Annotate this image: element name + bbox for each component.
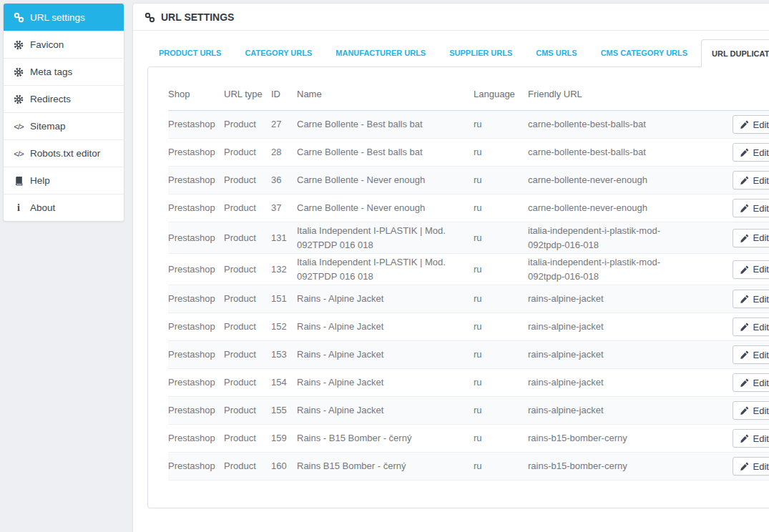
table-row: Prestashop Product 37 Carne Bollente - N… [168,194,769,222]
pencil-icon [740,378,749,387]
cell-action: Edit [692,369,769,397]
cell-shop: Prestashop [168,341,224,369]
tab[interactable]: CATEGORY URLS [235,39,322,66]
page-title: URL SETTINGS [161,11,234,23]
gear-icon [13,40,24,50]
cell-name: Carne Bollente - Never enough [297,194,474,222]
cell-url-type: Product [224,194,271,222]
cell-name: Carne Bollente - Never enough [297,167,474,194]
pencil-icon [740,176,749,184]
edit-button[interactable]: Edit [733,373,769,392]
cell-url-type: Product [224,222,271,254]
cell-shop: Prestashop [168,313,224,341]
cell-id: 152 [271,313,297,341]
edit-button-label: Edit [753,350,769,360]
edit-button[interactable]: Edit [733,345,769,364]
tab-bar: PRODUCT URLSCATEGORY URLSMANUFACTURER UR… [147,39,769,66]
edit-button-label: Edit [753,461,769,472]
table-row: Prestashop Product 27 Carne Bollente - B… [168,111,769,139]
tab[interactable]: PRODUCT URLS [149,39,231,66]
cell-friendly-url: rains-alpine-jacket [528,285,692,313]
cell-id: 27 [271,111,297,139]
sidebar-item[interactable]: URL settings [4,4,124,31]
edit-button[interactable]: Edit [733,171,769,189]
table-row: Prestashop Product 154 Rains - Alpine Ja… [168,369,769,397]
table-row: Prestashop Product 36 Carne Bollente - N… [168,167,769,194]
cell-friendly-url: carne-bollente-best-balls-bat [528,111,692,139]
pencil-icon [740,406,749,415]
tab[interactable]: CMS URLS [526,39,587,66]
cell-shop: Prestashop [168,369,224,397]
cell-shop: Prestashop [168,194,224,222]
sidebar-item[interactable]: Redirects [4,85,124,112]
edit-button[interactable]: Edit [733,199,769,217]
cell-action: Edit [692,425,769,453]
edit-button[interactable]: Edit [733,143,769,162]
cell-language: ru [474,369,528,397]
info-icon: i [13,202,24,214]
table-row: Prestashop Product 153 Rains - Alpine Ja… [168,341,769,369]
cell-url-type: Product [224,397,271,425]
edit-button[interactable]: Edit [733,260,769,279]
edit-button-label: Edit [753,147,769,158]
sidebar-item[interactable]: Meta tags [4,58,124,85]
cell-shop: Prestashop [168,139,224,167]
cell-friendly-url: rains-alpine-jacket [528,341,692,369]
edit-button-label: Edit [753,322,769,332]
edit-button-label: Edit [753,405,769,416]
edit-button[interactable]: Edit [733,429,769,448]
edit-button[interactable]: Edit [733,115,769,134]
cell-id: 160 [271,453,297,481]
cell-id: 151 [271,285,297,313]
cell-url-type: Product [224,453,271,481]
cell-shop: Prestashop [168,254,224,285]
table-row: Prestashop Product 131 Italia Independen… [168,222,769,254]
edit-button[interactable]: Edit [733,401,769,420]
cell-friendly-url: rains-b15-bomber-cerny [528,425,692,453]
column-header: Shop [168,79,224,111]
table-row: Prestashop Product 152 Rains - Alpine Ja… [168,313,769,341]
tab[interactable]: CMS CATEGORY URLS [591,39,697,66]
table-row: Prestashop Product 132 Italia Independen… [168,254,769,285]
pencil-icon [740,234,749,242]
cell-name: Rains - Alpine Jacket [297,285,474,313]
book-icon [13,176,24,186]
edit-button-label: Edit [753,203,769,214]
cell-language: ru [474,285,528,313]
cell-action: Edit [692,397,769,425]
sidebar-item-label: Help [30,175,50,186]
pencil-icon [740,434,749,443]
cell-url-type: Product [224,167,271,194]
table-row: Prestashop Product 155 Rains - Alpine Ja… [168,397,769,425]
cell-action: Edit [692,194,769,222]
page: URL settings Favicon Meta tags Redirects… [0,0,769,532]
cell-name: Carne Bollente - Best balls bat [297,111,474,139]
edit-button-label: Edit [753,175,769,186]
edit-button[interactable]: Edit [733,317,769,336]
tab[interactable]: MANUFACTURER URLS [325,39,436,66]
edit-button-label: Edit [753,433,769,444]
sidebar-item[interactable]: </> Sitemap [4,112,124,139]
cell-shop: Prestashop [168,285,224,313]
sidebar-item[interactable]: Help [4,167,124,194]
cell-language: ru [474,111,528,139]
cell-id: 154 [271,369,297,397]
sidebar-item[interactable]: Favicon [4,31,124,58]
pencil-icon [740,148,749,157]
gear-icon [13,67,24,77]
cell-shop: Prestashop [168,111,224,139]
edit-button[interactable]: Edit [733,290,769,308]
main-panel: URL SETTINGS PRODUCT URLSCATEGORY URLSMA… [132,3,769,532]
column-header: ID [271,79,297,111]
table-row: Prestashop Product 160 Rains B15 Bomber … [168,453,769,481]
pencil-icon [740,295,749,303]
table-row: Prestashop Product 159 Rains - B15 Bombe… [168,425,769,453]
tab[interactable]: SUPPLIER URLS [439,39,522,66]
edit-button[interactable]: Edit [733,229,769,247]
cell-language: ru [474,167,528,194]
sidebar-item[interactable]: i About [4,194,124,221]
sidebar-item[interactable]: </> Robots.txt editor [4,139,124,167]
edit-button[interactable]: Edit [733,457,769,476]
sidebar-item-label: About [30,202,55,213]
tab[interactable]: URL DUPLICATION [701,39,769,67]
